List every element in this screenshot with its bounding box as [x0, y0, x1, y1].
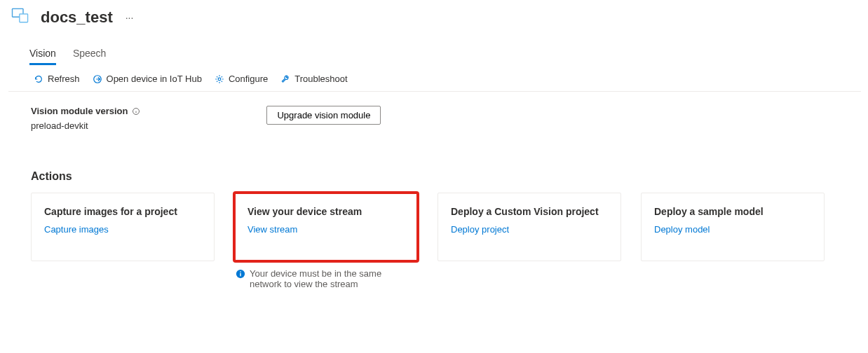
- view-stream-link[interactable]: View stream: [247, 224, 405, 235]
- svg-rect-8: [240, 273, 240, 276]
- svg-rect-3: [20, 15, 27, 22]
- troubleshoot-button[interactable]: Troubleshoot: [280, 74, 347, 84]
- deploy-model-link[interactable]: Deploy model: [654, 224, 811, 235]
- tab-vision[interactable]: Vision: [29, 48, 56, 65]
- action-card-capture: Capture images for a project Capture ima…: [31, 193, 215, 261]
- tabs: Vision Speech: [8, 48, 861, 65]
- gear-icon: [215, 74, 224, 84]
- refresh-icon: [34, 74, 43, 84]
- open-iot-button[interactable]: Open device in IoT Hub: [93, 74, 202, 84]
- configure-label: Configure: [229, 74, 268, 84]
- action-title: View your device stream: [247, 206, 405, 217]
- action-card-view-stream: View your device stream View stream: [234, 193, 418, 261]
- deploy-project-link[interactable]: Deploy project: [451, 224, 608, 235]
- refresh-button[interactable]: Refresh: [34, 74, 80, 84]
- version-section: Vision module version preload-devkit Upg…: [8, 92, 861, 131]
- version-label: Vision module version: [31, 106, 140, 116]
- wrench-icon: [280, 74, 290, 84]
- page-header: docs_test ···: [8, 3, 861, 32]
- configure-button[interactable]: Configure: [215, 74, 268, 84]
- actions-heading: Actions: [31, 170, 861, 183]
- refresh-label: Refresh: [48, 74, 80, 84]
- action-title: Capture images for a project: [44, 206, 201, 217]
- device-service-icon: [10, 6, 31, 29]
- version-value: preload-devkit: [31, 120, 140, 131]
- tab-speech[interactable]: Speech: [73, 48, 106, 65]
- version-label-text: Vision module version: [31, 106, 128, 116]
- page-title: docs_test: [41, 8, 113, 27]
- action-title: Deploy a sample model: [654, 206, 811, 217]
- svg-rect-9: [240, 272, 240, 272]
- action-card-deploy-cv: Deploy a Custom Vision project Deploy pr…: [438, 193, 621, 261]
- svg-point-5: [218, 78, 221, 81]
- info-icon[interactable]: [132, 107, 140, 116]
- more-button[interactable]: ···: [123, 9, 137, 26]
- arrow-right-circle-icon: [93, 74, 102, 84]
- actions-grid: Capture images for a project Capture ima…: [31, 193, 861, 261]
- info-filled-icon: [236, 269, 245, 281]
- toolbar: Refresh Open device in IoT Hub Configure: [8, 67, 861, 92]
- stream-note: Your device must be in the same network …: [236, 268, 411, 289]
- action-title: Deploy a Custom Vision project: [451, 206, 608, 217]
- capture-images-link[interactable]: Capture images: [44, 224, 201, 235]
- action-card-deploy-sample: Deploy a sample model Deploy model: [641, 193, 825, 261]
- troubleshoot-label: Troubleshoot: [294, 74, 347, 84]
- upgrade-vision-button[interactable]: Upgrade vision module: [266, 106, 381, 125]
- open-iot-label: Open device in IoT Hub: [107, 74, 202, 84]
- stream-note-text: Your device must be in the same network …: [250, 268, 411, 289]
